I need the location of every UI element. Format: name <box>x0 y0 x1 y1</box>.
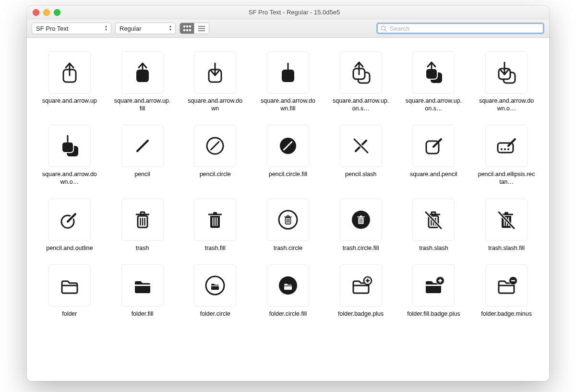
square.and.arrow.up.on.square.fill-icon <box>412 51 455 94</box>
font-style-value: Regular <box>120 25 142 32</box>
symbol-cell[interactable]: trash.slash.fill <box>472 199 540 252</box>
grid-icon <box>183 25 191 31</box>
symbol-label: square.and.arrow.up.fill <box>114 97 171 112</box>
symbol-cell[interactable]: square.and.arrow.down <box>181 51 249 112</box>
square.and.arrow.down-icon <box>194 51 236 94</box>
minimize-window-button[interactable] <box>43 9 50 16</box>
symbol-label: folder.fill.badge.plus <box>405 310 462 318</box>
symbol-label: square.and.arrow.up <box>41 97 98 105</box>
symbol-cell[interactable]: pencil <box>108 125 177 186</box>
symbol-cell[interactable]: trash.circle <box>254 199 322 252</box>
view-mode-segment <box>180 23 209 34</box>
symbol-cell[interactable]: folder.badge.plus <box>327 264 395 318</box>
symbol-label: folder.circle.fill <box>259 310 317 318</box>
symbol-cell[interactable]: square.and.arrow.up.on.s… <box>327 51 395 112</box>
symbol-label: square.and.pencil <box>405 171 462 178</box>
symbol-label: trash.fill <box>186 245 244 252</box>
symbol-label: square.and.arrow.down <box>186 97 244 112</box>
titlebar: SF Pro Text - Regular - 15.0d5e5 <box>27 6 549 19</box>
symbol-cell[interactable]: square.and.arrow.up.on.s… <box>400 51 468 112</box>
trash.slash.fill-icon <box>485 199 528 241</box>
list-view-button[interactable] <box>194 23 209 34</box>
trash-icon <box>121 199 164 241</box>
symbol-cell[interactable]: square.and.arrow.down.fill <box>254 51 322 112</box>
toolbar: SF Pro Text ▲▼ Regular ▲▼ <box>27 19 549 38</box>
symbol-label: folder.badge.minus <box>478 310 535 318</box>
symbol-cell[interactable]: pencil.circle.fill <box>254 125 322 186</box>
trash.circle.fill-icon <box>340 199 382 241</box>
font-style-select[interactable]: Regular ▲▼ <box>115 23 176 34</box>
symbol-label: square.and.arrow.down.o… <box>41 171 98 186</box>
square.and.arrow.up.on.square-icon <box>340 51 382 94</box>
square.and.arrow.up-icon <box>48 51 91 94</box>
symbol-cell[interactable]: pencil.and.outline <box>36 199 104 252</box>
symbol-cell[interactable]: square.and.arrow.up <box>36 51 104 112</box>
symbol-cell[interactable]: pencil.and.ellipsis.rectan… <box>472 125 540 186</box>
search-icon <box>381 25 387 32</box>
svg-rect-3 <box>183 29 185 31</box>
folder.badge.minus-icon <box>485 264 528 307</box>
symbol-cell[interactable]: square.and.arrow.down.o… <box>36 125 104 186</box>
zoom-window-button[interactable] <box>54 9 60 16</box>
svg-rect-5 <box>189 29 191 31</box>
pencil.slash-icon <box>340 125 382 167</box>
window-title: SF Pro Text - Regular - 15.0d5e5 <box>60 9 549 16</box>
symbol-cell[interactable]: folder <box>36 264 104 318</box>
symbol-label: pencil.slash <box>332 171 390 178</box>
symbol-label: trash.slash.fill <box>478 245 535 252</box>
symbol-label: square.and.arrow.up.on.s… <box>332 97 390 112</box>
symbol-label: trash.slash <box>405 245 462 252</box>
pencil.circle.fill-icon <box>267 125 309 167</box>
symbol-label: folder.badge.plus <box>332 310 390 318</box>
search-field[interactable] <box>376 23 544 34</box>
symbol-label: trash.circle.fill <box>332 245 390 252</box>
pencil-icon <box>121 125 164 167</box>
svg-point-9 <box>381 26 385 30</box>
app-window: SF Pro Text - Regular - 15.0d5e5 SF Pro … <box>27 6 549 381</box>
symbol-label: trash.circle <box>259 245 317 252</box>
symbol-cell[interactable]: trash.slash <box>400 199 468 252</box>
pencil.and.outline-icon <box>48 199 91 241</box>
symbol-label: square.and.arrow.down.o… <box>478 97 535 112</box>
symbol-label: folder <box>41 310 98 318</box>
square.and.pencil-icon <box>412 125 455 167</box>
symbol-grid-scroll[interactable]: square.and.arrow.upsquare.and.arrow.up.f… <box>27 38 549 381</box>
svg-rect-0 <box>183 25 185 27</box>
chevron-updown-icon: ▲▼ <box>103 24 109 32</box>
symbol-cell[interactable]: trash.circle.fill <box>327 199 395 252</box>
symbol-cell[interactable]: square.and.pencil <box>400 125 468 186</box>
grid-view-button[interactable] <box>180 23 194 34</box>
folder.fill.badge.plus-icon <box>412 264 455 307</box>
symbol-cell[interactable]: folder.badge.minus <box>472 264 540 318</box>
svg-rect-2 <box>189 25 191 27</box>
trash.circle-icon <box>267 199 309 241</box>
symbol-cell[interactable]: trash <box>108 199 177 252</box>
symbol-cell[interactable]: trash.fill <box>181 199 249 252</box>
folder.circle.fill-icon <box>267 264 309 307</box>
chevron-updown-icon: ▲▼ <box>168 24 173 32</box>
symbol-label: pencil.and.ellipsis.rectan… <box>478 171 535 186</box>
symbol-label: pencil.circle <box>186 171 244 178</box>
symbol-cell[interactable]: square.and.arrow.down.o… <box>472 51 540 112</box>
symbol-label: square.and.arrow.up.on.s… <box>405 97 462 112</box>
symbol-cell[interactable]: folder.circle <box>181 264 249 318</box>
folder-icon <box>48 264 91 307</box>
symbol-cell[interactable]: folder.circle.fill <box>254 264 322 318</box>
symbol-cell[interactable]: pencil.circle <box>181 125 249 186</box>
svg-rect-1 <box>186 25 188 27</box>
symbol-cell[interactable]: folder.fill <box>108 264 177 318</box>
symbol-cell[interactable]: folder.fill.badge.plus <box>400 264 468 318</box>
symbol-cell[interactable]: square.and.arrow.up.fill <box>108 51 177 112</box>
trash.slash-icon <box>412 199 455 241</box>
square.and.arrow.down.on.square-icon <box>485 51 528 94</box>
svg-rect-4 <box>186 29 188 31</box>
close-window-button[interactable] <box>33 9 39 16</box>
font-family-select[interactable]: SF Pro Text ▲▼ <box>32 23 111 34</box>
symbol-cell[interactable]: pencil.slash <box>327 125 395 186</box>
font-family-value: SF Pro Text <box>36 25 69 32</box>
folder.badge.plus-icon <box>340 264 382 307</box>
search-input[interactable] <box>389 24 540 33</box>
trash.fill-icon <box>194 199 236 241</box>
window-controls <box>33 9 60 16</box>
symbol-label: folder.circle <box>186 310 244 318</box>
